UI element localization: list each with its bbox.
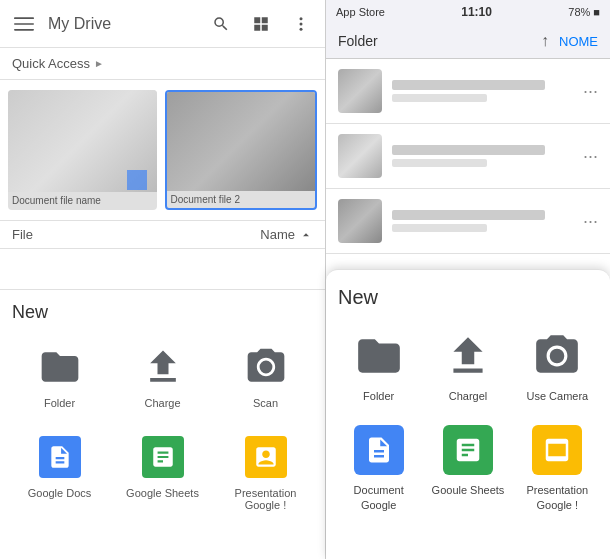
quick-access-label: Quick Access	[12, 56, 90, 71]
new-item-scan[interactable]: Scan	[218, 335, 313, 417]
ios-file-more-3[interactable]: ···	[583, 211, 598, 232]
ios-file-item-1[interactable]: ···	[326, 59, 610, 124]
new-item-folder-label: Folder	[44, 397, 75, 409]
upload-icon	[139, 343, 187, 391]
header-icons	[209, 12, 313, 36]
new-panel-left: New Folder Charge Scan	[0, 289, 325, 559]
sheets-icon	[139, 433, 187, 481]
grid-view-icon[interactable]	[249, 12, 273, 36]
new-items-grid-left: Folder Charge Scan	[12, 335, 313, 519]
folder-icon	[36, 343, 84, 391]
ios-status-time: 11:10	[461, 5, 492, 19]
drive-ios-panel: App Store 11:10 78% ■ Folder ↑ NOME ··· …	[325, 0, 610, 559]
ios-file-more-1[interactable]: ···	[583, 81, 598, 102]
new-item-docs-label: Google Docs	[28, 487, 92, 499]
svg-rect-2	[14, 29, 34, 31]
new-item-docs[interactable]: Google Docs	[12, 425, 107, 519]
new-item-slides[interactable]: Presentation Google !	[218, 425, 313, 519]
ios-file-more-2[interactable]: ···	[583, 146, 598, 167]
ios-file-info-2	[392, 145, 583, 167]
ios-new-slides[interactable]: Presentation Google !	[517, 417, 598, 518]
ios-file-info-1	[392, 80, 583, 102]
ios-file-info-3	[392, 210, 583, 232]
thumb-preview-2	[167, 92, 316, 191]
ios-status-bar: App Store 11:10 78% ■	[326, 0, 610, 24]
ios-slides-icon	[530, 423, 584, 477]
ios-new-upload-label: Chargel	[449, 389, 488, 403]
new-item-upload[interactable]: Charge	[115, 335, 210, 417]
svg-point-5	[300, 27, 303, 30]
ios-file-name-2	[392, 145, 545, 155]
thumb-label-2: Document file 2	[167, 191, 316, 208]
ios-new-docs[interactable]: Document Google	[338, 417, 419, 518]
thumb-card-1[interactable]: Document file name	[8, 90, 157, 210]
thumbnails-area: Document file name Document file 2	[0, 80, 325, 220]
drive-desktop-panel: My Drive Quick Access ► Document file na…	[0, 0, 325, 559]
more-options-icon[interactable]	[289, 12, 313, 36]
scan-icon	[242, 343, 290, 391]
ios-file-name-3	[392, 210, 545, 220]
sort-label: Name	[260, 227, 295, 242]
quick-access-bar: Quick Access ►	[0, 48, 325, 80]
ios-new-camera[interactable]: Use Camera	[517, 323, 598, 409]
svg-point-3	[300, 17, 303, 20]
new-item-upload-label: Charge	[144, 397, 180, 409]
ios-status-left: App Store	[336, 6, 385, 18]
slides-icon	[242, 433, 290, 481]
ios-docs-icon	[352, 423, 406, 477]
ios-file-date-1	[392, 94, 487, 102]
new-item-sheets[interactable]: Google Sheets	[115, 425, 210, 519]
file-sort-bar: File Name	[0, 220, 325, 249]
svg-rect-0	[14, 17, 34, 19]
quick-access-arrow-icon: ►	[94, 58, 104, 69]
ios-file-thumb-1	[338, 69, 382, 113]
svg-point-4	[300, 22, 303, 25]
ios-nav-icons: ↑ NOME	[541, 32, 598, 50]
ios-file-name-1	[392, 80, 545, 90]
ios-new-grid: Folder Chargel Use Camera	[338, 323, 598, 518]
ios-status-battery: 78% ■	[568, 6, 600, 18]
ios-nav-title: Folder	[338, 33, 541, 49]
ios-new-title: New	[338, 286, 598, 309]
ios-new-panel: New Folder Chargel Use Camera	[326, 269, 610, 559]
ios-file-date-2	[392, 159, 487, 167]
thumb-accent-1	[127, 170, 147, 190]
ios-new-upload[interactable]: Chargel	[427, 323, 508, 409]
file-label: File	[12, 227, 33, 242]
drive-header: My Drive	[0, 0, 325, 48]
ios-folder-icon	[352, 329, 406, 383]
ios-new-folder-label: Folder	[363, 389, 394, 403]
ios-new-docs-label: Document Google	[354, 483, 404, 512]
ios-camera-icon	[530, 329, 584, 383]
ios-new-camera-label: Use Camera	[526, 389, 588, 403]
ios-nav-bar: Folder ↑ NOME	[326, 24, 610, 59]
menu-icon[interactable]	[12, 12, 36, 36]
ios-file-date-3	[392, 224, 487, 232]
ios-new-folder[interactable]: Folder	[338, 323, 419, 409]
ios-sort-asc-icon[interactable]: ↑	[541, 32, 549, 50]
drive-title: My Drive	[48, 15, 197, 33]
svg-rect-1	[14, 23, 34, 25]
thumb-label-1: Document file name	[8, 192, 157, 209]
new-item-sheets-label: Google Sheets	[126, 487, 199, 499]
new-item-folder[interactable]: Folder	[12, 335, 107, 417]
sort-control[interactable]: Name	[260, 227, 313, 242]
ios-new-sheets-label: Gooule Sheets	[432, 483, 505, 497]
thumb-card-2[interactable]: Document file 2	[165, 90, 318, 210]
ios-file-thumb-3	[338, 199, 382, 243]
ios-file-item-2[interactable]: ···	[326, 124, 610, 189]
docs-icon	[36, 433, 84, 481]
new-title-left: New	[12, 302, 313, 323]
ios-sheets-icon	[441, 423, 495, 477]
ios-new-sheets[interactable]: Gooule Sheets	[427, 417, 508, 518]
ios-upload-icon	[441, 329, 495, 383]
ios-new-slides-label: Presentation Google !	[526, 483, 588, 512]
ios-nome-button[interactable]: NOME	[559, 34, 598, 49]
search-icon[interactable]	[209, 12, 233, 36]
new-item-scan-label: Scan	[253, 397, 278, 409]
ios-file-item-3[interactable]: ···	[326, 189, 610, 254]
ios-file-thumb-2	[338, 134, 382, 178]
new-item-slides-label: Presentation Google !	[235, 487, 297, 511]
